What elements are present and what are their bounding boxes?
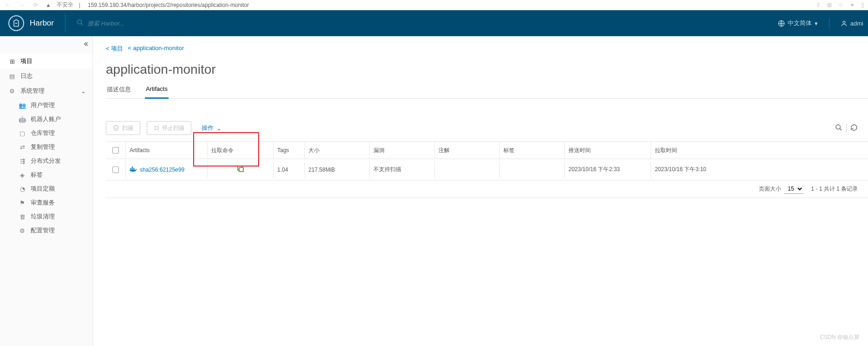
pagination-summary: 1 - 1 共计 1 条记录 xyxy=(811,185,858,193)
robot-icon: 🤖 xyxy=(19,116,26,123)
quota-icon: ◔ xyxy=(19,186,26,192)
sidebar: ⊞ 项目 ▤ 日志 ⚙ 系统管理 ⌄ 👥用户管理 🤖机器人账户 ▢仓库管理 ⇄复… xyxy=(0,36,93,346)
col-label[interactable]: 注解 xyxy=(434,142,499,159)
table-row: sha256:62125e99 1.04 217.58MiB 不支持扫描 202… xyxy=(106,159,868,180)
copy-icon[interactable] xyxy=(236,165,245,174)
tabs: 描述信息 Artifacts xyxy=(106,85,868,99)
artifacts-table: Artifacts 拉取命令 Tags 大小 漏洞 注解 标签 推送时间 拉取时… xyxy=(106,141,868,180)
search-icon xyxy=(77,19,84,27)
project-icon: ⊞ xyxy=(8,58,16,65)
distribution-icon: ⇶ xyxy=(19,158,26,165)
users-icon: 👥 xyxy=(19,102,26,109)
artifact-link[interactable]: sha256:62125e99 xyxy=(140,167,184,173)
svg-point-2 xyxy=(843,21,845,23)
breadcrumb: < 项目 < application-monitor xyxy=(106,45,868,53)
filter-icon[interactable] xyxy=(835,124,842,133)
row-checkbox[interactable] xyxy=(112,167,119,173)
language-selector[interactable]: 中文简体 ▾ xyxy=(778,19,818,27)
security-label: 不安全 xyxy=(57,1,73,9)
sidebar-sub-users[interactable]: 👥用户管理 xyxy=(0,98,92,112)
page-size-label: 页面大小 xyxy=(759,185,781,193)
page-size-select[interactable]: 15 xyxy=(784,184,803,194)
sidebar-item-logs[interactable]: ▤ 日志 xyxy=(0,69,92,83)
search-input[interactable] xyxy=(87,20,227,27)
sidebar-sub-registry[interactable]: ▢仓库管理 xyxy=(0,126,92,140)
user-label: admi xyxy=(850,20,863,27)
refresh-icon[interactable] xyxy=(850,124,858,133)
reload-icon[interactable]: ⟳ xyxy=(32,2,40,8)
sidebar-sub-quota[interactable]: ◔项目定额 xyxy=(0,182,92,196)
col-fetch[interactable]: 拉取时间 xyxy=(651,142,868,159)
svg-rect-7 xyxy=(133,168,135,170)
svg-rect-8 xyxy=(132,167,133,168)
chevron-down-icon: ⌄ xyxy=(81,88,86,95)
admin-icon: ⚙ xyxy=(8,88,16,95)
stop-scan-button[interactable]: 停止扫描 xyxy=(147,121,191,135)
browser-right-icons: ⇪ ⊞ ☆ ✦ ▯ xyxy=(816,2,864,8)
translate-icon[interactable]: ⊞ xyxy=(827,2,832,8)
watermark: CSDN @杨豆芽 xyxy=(820,333,860,341)
page-title: application-monitor xyxy=(106,62,868,77)
sidebar-sub-config[interactable]: ⚙配置管理 xyxy=(0,224,92,237)
gear-icon: ⚙ xyxy=(19,227,26,234)
breadcrumb-project[interactable]: < 项目 xyxy=(106,45,123,53)
col-push[interactable]: 推送时间 xyxy=(564,142,651,159)
sidebar-sub-labels[interactable]: ◈标签 xyxy=(0,168,92,182)
svg-rect-9 xyxy=(239,167,243,172)
sidebar-item-label: 日志 xyxy=(20,72,33,80)
col-pull[interactable]: 拉取命令 xyxy=(207,142,273,159)
brand-name: Harbor xyxy=(30,19,54,28)
replication-icon: ⇄ xyxy=(19,144,26,151)
select-all-checkbox[interactable] xyxy=(112,147,119,154)
label-icon: ◈ xyxy=(19,172,26,179)
warning-icon: ▲ xyxy=(46,2,51,8)
chevron-down-icon: ▾ xyxy=(815,20,818,27)
collapse-icon[interactable] xyxy=(82,41,89,49)
window-icon[interactable]: ▯ xyxy=(861,2,864,8)
sidebar-item-projects[interactable]: ⊞ 项目 xyxy=(0,54,92,69)
svg-rect-5 xyxy=(130,168,131,170)
content-area: < 项目 < application-monitor application-m… xyxy=(93,36,868,346)
star-icon[interactable]: ☆ xyxy=(838,2,843,8)
tab-description[interactable]: 描述信息 xyxy=(106,85,132,98)
browser-bar: ← → ⟳ ▲ 不安全 | 159.159.180.34/harbor/proj… xyxy=(0,0,868,10)
table-header: Artifacts 拉取命令 Tags 大小 漏洞 注解 标签 推送时间 拉取时… xyxy=(106,142,868,159)
forward-icon[interactable]: → xyxy=(18,2,26,8)
col-tag[interactable]: 标签 xyxy=(499,142,564,159)
breadcrumb-repo[interactable]: < application-monitor xyxy=(128,45,184,53)
registry-icon: ▢ xyxy=(19,130,26,137)
col-tags[interactable]: Tags xyxy=(273,142,304,159)
sidebar-sub-robot[interactable]: 🤖机器人账户 xyxy=(0,112,92,126)
svg-rect-6 xyxy=(132,168,133,170)
action-dropdown[interactable]: 操作 ⌄ xyxy=(202,124,222,132)
back-icon[interactable]: ← xyxy=(4,2,12,8)
sidebar-item-admin[interactable]: ⚙ 系统管理 ⌄ xyxy=(0,83,92,98)
pagination: 页面大小 15 1 - 1 共计 1 条记录 xyxy=(106,180,868,198)
language-label: 中文简体 xyxy=(788,19,812,27)
log-icon: ▤ xyxy=(8,73,16,80)
extension-icon[interactable]: ✦ xyxy=(850,2,855,8)
sidebar-item-label: 系统管理 xyxy=(20,87,45,95)
col-artifacts[interactable]: Artifacts xyxy=(125,142,207,159)
audit-icon: ⚑ xyxy=(19,199,26,206)
url-text[interactable]: 159.159.180.34/harbor/projects/2/reposit… xyxy=(88,2,249,8)
share-icon[interactable]: ⇪ xyxy=(816,2,821,8)
trash-icon: 🗑 xyxy=(19,213,26,220)
sidebar-sub-distribution[interactable]: ⇶分布式分发 xyxy=(0,154,92,168)
sidebar-sub-replication[interactable]: ⇄复制管理 xyxy=(0,140,92,154)
col-size[interactable]: 大小 xyxy=(304,142,369,159)
sidebar-item-label: 项目 xyxy=(20,57,33,65)
col-vuln[interactable]: 漏洞 xyxy=(369,142,434,159)
sidebar-sub-gc[interactable]: 🗑垃圾清理 xyxy=(0,210,92,224)
user-menu[interactable]: admi xyxy=(841,20,863,27)
toolbar: 扫描 停止扫描 操作 ⌄ xyxy=(106,121,868,135)
app-header: Harbor 中文简体 ▾ admi xyxy=(0,10,868,36)
svg-point-0 xyxy=(78,20,82,24)
tab-artifacts[interactable]: Artifacts xyxy=(145,85,169,99)
scan-button[interactable]: 扫描 xyxy=(106,121,140,135)
svg-rect-3 xyxy=(155,127,158,130)
sidebar-sub-interrogation[interactable]: ⚑审查服务 xyxy=(0,196,92,210)
chevron-down-icon: ⌄ xyxy=(216,125,222,132)
logo-icon xyxy=(8,15,24,31)
docker-icon xyxy=(130,166,137,173)
